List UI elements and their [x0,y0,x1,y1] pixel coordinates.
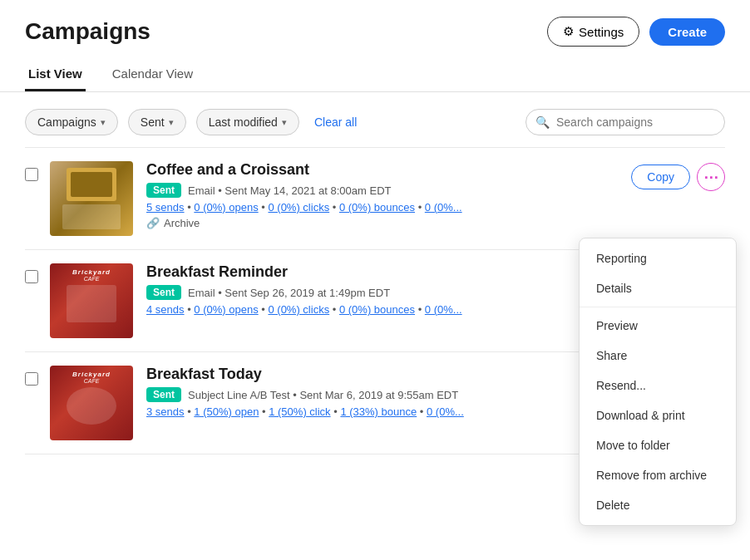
menu-item-move-to-folder[interactable]: Move to folder [580,430,736,460]
menu-item-preview[interactable]: Preview [580,311,736,341]
menu-item-reporting[interactable]: Reporting [580,243,736,273]
menu-item-details[interactable]: Details [580,273,736,303]
menu-divider [580,307,736,307]
opens-stat[interactable]: 1 (50%) open [194,405,259,418]
opens-stat[interactable]: 0 (0%) opens [194,303,258,316]
clicks-stat[interactable]: 0 (0%) clicks [268,303,329,316]
campaign-type-info: Email • Sent May 14, 2021 at 8:00am EDT [188,184,391,197]
clicks-stat[interactable]: 1 (50%) click [269,405,330,418]
settings-button[interactable]: Settings [547,17,639,47]
bounces-stat[interactable]: 0 (0%) bounces [339,201,415,214]
chevron-down-icon: ▾ [282,117,287,128]
campaign-checkbox[interactable] [25,270,38,283]
campaign-thumbnail: Brickyard CAFE [50,263,133,338]
menu-item-resend[interactable]: Resend... [580,371,736,400]
campaign-stats: 5 sends • 0 (0%) opens • 0 (0%) clicks •… [146,201,725,214]
search-input[interactable] [525,109,725,135]
status-badge: Sent [146,387,181,402]
more-stat[interactable]: 0 (0%... [425,303,462,316]
filter-campaigns-button[interactable]: Campaigns ▾ [25,109,118,135]
opens-stat[interactable]: 0 (0%) opens [194,201,258,214]
campaign-thumbnail: Brickyard CAFE [50,366,133,440]
archive-icon: 🔗 [146,217,160,229]
campaign-type-info: Email • Sent Sep 26, 2019 at 1:49pm EDT [188,287,390,299]
archive-link[interactable]: 🔗 Archive [146,217,725,229]
checkbox-wrap [25,263,38,283]
create-button[interactable]: Create [649,18,725,46]
menu-item-share[interactable]: Share [580,341,736,371]
more-stat[interactable]: 0 (0%... [425,201,462,214]
context-menu: Reporting Details Preview Share Resend..… [579,238,737,526]
item-actions: Copy ⋯ [631,163,725,191]
more-stat[interactable]: 0 (0%... [427,405,464,418]
sends-stat[interactable]: 4 sends [146,303,185,316]
campaign-checkbox[interactable] [25,372,38,386]
menu-item-download-print[interactable]: Download & print [580,400,736,430]
checkbox-wrap [25,366,38,386]
bounces-stat[interactable]: 0 (0%) bounces [339,303,415,316]
search-icon: 🔍 [535,115,550,129]
page-title: Campaigns [25,18,150,45]
chevron-down-icon: ▾ [169,117,174,128]
header-actions: Settings Create [547,17,725,47]
campaign-ab-info: Subject Line A/B Test • Sent Mar 6, 2019… [188,389,458,401]
chevron-down-icon: ▾ [101,117,106,128]
clear-all-button[interactable]: Clear all [309,110,362,135]
bounces-stat[interactable]: 1 (33%) bounce [340,405,417,418]
campaign-thumbnail [50,161,133,236]
sends-stat[interactable]: 3 sends [146,405,185,418]
search-box: 🔍 [525,109,725,135]
ellipsis-icon: ⋯ [703,168,718,186]
menu-item-remove-from-archive[interactable]: Remove from archive [580,460,736,490]
list-item: Coffee and a Croissant Sent Email • Sent… [25,147,725,249]
sends-stat[interactable]: 5 sends [146,201,185,214]
gear-icon [563,24,574,39]
menu-item-delete[interactable]: Delete [580,490,736,520]
filter-last-modified-button[interactable]: Last modified ▾ [196,109,299,135]
filter-sent-button[interactable]: Sent ▾ [128,109,186,135]
page-header: Campaigns Settings Create [0,0,750,55]
checkbox-wrap [25,161,38,181]
filters-bar: Campaigns ▾ Sent ▾ Last modified ▾ Clear… [0,92,750,147]
campaign-checkbox[interactable] [25,168,38,181]
copy-button[interactable]: Copy [631,165,690,189]
clicks-stat[interactable]: 0 (0%) clicks [268,201,329,214]
status-badge: Sent [146,183,181,198]
tabs-bar: List View Calendar View [0,58,750,92]
tab-calendar-view[interactable]: Calendar View [109,58,196,91]
more-options-button[interactable]: ⋯ [697,163,725,191]
tab-list-view[interactable]: List View [25,58,86,91]
status-badge: Sent [146,285,181,300]
